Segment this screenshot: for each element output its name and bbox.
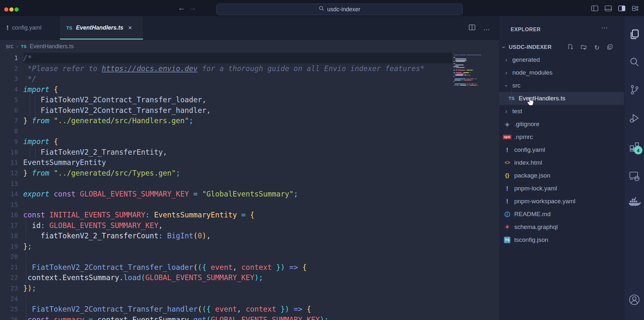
minimap-mark — [471, 78, 473, 79]
code-line: 20 — [0, 251, 499, 262]
tree-file-index-html[interactable]: <>index.html — [499, 156, 624, 169]
minimap-indent — [453, 75, 455, 75]
navigate-forward-icon[interactable]: → — [189, 3, 196, 12]
minimap-mark — [470, 75, 470, 75]
search-view-icon[interactable] — [628, 56, 640, 68]
code-token: ({ — [202, 305, 211, 313]
close-tab-icon[interactable]: × — [128, 24, 132, 32]
line-number: 14 — [0, 189, 18, 199]
minimize-window-button[interactable] — [9, 7, 14, 12]
tree-file-eventhandlers-ts[interactable]: TSEventHandlers.ts — [499, 92, 624, 105]
new-folder-icon[interactable] — [581, 44, 587, 51]
close-window-button[interactable] — [4, 7, 8, 12]
code-token: */ — [23, 75, 36, 83]
code-token: FiatTokenV2_2Contract_Transfer_loader — [32, 263, 193, 271]
code-token — [289, 305, 294, 313]
code-token: ) — [202, 232, 206, 240]
tree-file-schema-graphql[interactable]: ✶schema.graphql — [499, 221, 624, 233]
collapse-folders-icon[interactable] — [607, 44, 613, 51]
project-section-header[interactable]: › USDC-INDEXER ↻ — [499, 42, 624, 52]
customize-layout-icon[interactable] — [631, 4, 639, 13]
minimap-mark — [469, 85, 469, 86]
code-token: } — [23, 242, 28, 251]
code-token: load — [124, 273, 141, 282]
code-token: summary — [54, 315, 84, 320]
code-token: /* — [23, 54, 32, 62]
tree-item-label: EventHandlers.ts — [519, 95, 565, 102]
tree-file-config-yaml[interactable]: !config.yaml — [499, 143, 624, 156]
code-text: FiatTokenV2_2Contract_Transfer_loader(({… — [23, 262, 307, 273]
code-line: 14export const GLOBAL_EVENTS_SUMMARY_KEY… — [0, 189, 499, 199]
code-text: import { — [23, 136, 58, 147]
editor-actions-more-icon[interactable]: … — [483, 26, 491, 30]
tab-eventhandlers-ts[interactable]: TS EventHandlers.ts × — [60, 16, 143, 40]
code-token: { — [307, 305, 311, 313]
tree-file-tsconfig-json[interactable]: TStsconfig.json — [499, 233, 624, 246]
docker-icon[interactable] — [627, 196, 641, 209]
breadcrumb-file[interactable]: EventHandlers.ts — [30, 43, 74, 50]
minimap-line — [453, 62, 484, 63]
navigate-back-icon[interactable]: ← — [178, 3, 185, 12]
minimap-mark — [475, 84, 476, 84]
tree-file--gitignore[interactable]: ◈.gitignore — [499, 118, 624, 131]
explorer-view-icon[interactable] — [628, 28, 640, 41]
toggle-panel-icon[interactable] — [604, 4, 612, 13]
tree-file--npmrc[interactable]: npm.npmrc — [499, 131, 624, 143]
tree-folder-test[interactable]: ›test — [499, 105, 624, 118]
code-token: "GlobalEventsSummary" — [202, 190, 293, 198]
code-token: FiatTokenV2_2Contract_Transfer_handler — [32, 305, 198, 313]
code-token: ); — [320, 315, 328, 320]
minimap[interactable] — [453, 53, 484, 86]
code-line: 6 FiatTokenV2_2Contract_Transfer_handler… — [0, 105, 499, 116]
remote-explorer-icon[interactable] — [628, 169, 641, 182]
tree-file-package-json[interactable]: {}package.json — [499, 169, 624, 182]
code-text: context.EventsSummary.load(GLOBAL_EVENTS… — [23, 272, 263, 283]
tree-file-pnpm-workspace-yaml[interactable]: !pnpm-workspace.yaml — [499, 195, 624, 208]
code-text: /* — [23, 53, 32, 63]
line-number: 3 — [0, 74, 18, 84]
json-glyph: {} — [505, 172, 509, 179]
active-tab-underline — [60, 39, 143, 40]
minimap-indent — [453, 59, 455, 59]
code-token: : — [158, 232, 163, 240]
code-token: context.EventsSummary. — [23, 273, 124, 282]
minimap-mark — [453, 66, 459, 67]
tree-file-pnpm-lock-yaml[interactable]: !pnpm-lock.yaml — [499, 182, 624, 195]
tree-folder-generated[interactable]: ›generated — [499, 53, 624, 66]
code-text: FiatTokenV2_2Contract_Transfer_handler, — [23, 105, 211, 116]
minimap-mark — [457, 74, 464, 74]
command-center-search[interactable]: usdc-indexer — [216, 4, 463, 15]
tree-file-readme-md[interactable]: iREADME.md — [499, 208, 624, 221]
minimap-mark — [471, 84, 473, 84]
code-line: 13 — [0, 178, 499, 189]
zoom-window-button[interactable] — [14, 7, 19, 12]
run-debug-icon[interactable] — [628, 112, 640, 124]
code-token: GLOBAL_EVENTS_SUMMARY_KEY — [211, 315, 320, 320]
minimap-mark — [465, 74, 465, 74]
source-control-icon[interactable] — [628, 84, 640, 96]
code-text: }); — [23, 283, 36, 294]
code-text: FiatTokenV2_2Contract_Transfer_loader, — [23, 95, 206, 105]
split-editor-icon[interactable] — [468, 23, 476, 32]
tree-folder-node-modules[interactable]: ›node_modules — [499, 66, 624, 79]
minimap-line — [453, 60, 484, 60]
code-token — [298, 263, 302, 271]
minimap-mark — [467, 85, 468, 86]
breadcrumb-src[interactable]: src — [6, 43, 14, 50]
toggle-secondary-sidebar-icon[interactable] — [618, 4, 626, 13]
tree-item-label: .gitignore — [514, 121, 539, 128]
minimap-mark — [475, 78, 476, 79]
minimap-mark — [456, 70, 457, 70]
refresh-explorer-icon[interactable]: ↻ — [594, 44, 600, 51]
code-token: FiatTokenV2_2Contract_Transfer_handler, — [23, 106, 211, 114]
tab-config-yaml[interactable]: ! config.yaml — [0, 16, 60, 40]
new-file-icon[interactable] — [567, 44, 573, 51]
code-area[interactable]: 1/*2 *Please refer to https://docs.envio… — [0, 53, 499, 320]
tree-folder-src[interactable]: ›src — [499, 79, 624, 92]
account-icon[interactable] — [628, 293, 641, 306]
code-line: 25 FiatTokenV2_2Contract_Transfer_handle… — [0, 304, 499, 315]
code-token — [49, 190, 54, 198]
explorer-more-actions-icon[interactable]: … — [601, 24, 609, 28]
tree-item-label: config.yaml — [514, 146, 545, 153]
toggle-primary-sidebar-icon[interactable] — [591, 4, 599, 13]
